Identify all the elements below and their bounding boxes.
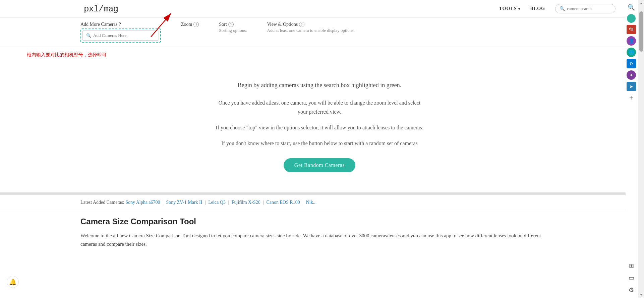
- scrollbar[interactable]: ▲ ▼: [638, 0, 644, 298]
- zoom-help-icon[interactable]: ?: [193, 22, 199, 27]
- search-extension-icon[interactable]: 🔍: [627, 3, 636, 12]
- annotation-area: 框内输入要对比的相机型号，选择即可: [80, 47, 626, 67]
- browser-extension-icons: 🔍 🛍 👤 🌐 O ✦ ➤ +: [625, 0, 637, 298]
- header-search-icon: 🔍: [560, 6, 565, 11]
- zoom-section: Zoom ?: [181, 22, 199, 27]
- bottom-content: Camera Size Comparison Tool Welcome to t…: [0, 210, 626, 262]
- pipe-1: |: [163, 200, 165, 205]
- logo: pxl/mag: [84, 4, 118, 14]
- view-options-title: View & Options: [267, 22, 298, 27]
- zoom-label: Zoom ?: [181, 22, 199, 27]
- globe-extension-icon[interactable]: 🌐: [627, 48, 636, 57]
- tools-label: TOOLS: [499, 6, 517, 11]
- camera-link-3[interactable]: Leica Q3: [208, 200, 226, 205]
- intro-text: Begin by adding cameras using the search…: [80, 80, 559, 90]
- camera-link-5[interactable]: Canon EOS R100: [267, 200, 300, 205]
- camera-link-6[interactable]: Nik...: [306, 200, 317, 205]
- sort-label: Sort ?: [219, 22, 247, 27]
- add-cameras-box: 🔍: [80, 28, 161, 43]
- user-extension-icon[interactable]: 👤: [627, 36, 636, 46]
- separator-bar: [0, 192, 626, 195]
- add-cameras-section: Add More Cameras ? 🔍: [80, 22, 161, 43]
- main-wrapper: pxl/mag TOOLS ▾ BLOG 🔍 Add More Cameras …: [0, 0, 626, 298]
- latest-cameras-label: Latest Added Cameras:: [80, 200, 124, 205]
- page-description: Welcome to the all new Camera Size Compa…: [80, 232, 545, 249]
- scrollbar-thumb[interactable]: [639, 11, 643, 52]
- zoom-title: Zoom: [181, 22, 192, 27]
- chinese-annotation: 框内输入要对比的相机型号，选择即可: [27, 52, 107, 58]
- screen-extension-icon[interactable]: ▭: [627, 273, 636, 283]
- add-cameras-label: Add More Cameras ?: [80, 22, 161, 27]
- tools-chevron-icon: ▾: [518, 7, 520, 11]
- sort-sublabel: Sorting options.: [219, 28, 247, 33]
- pipe-4: |: [263, 200, 265, 205]
- add-cameras-title: Add More Cameras: [80, 22, 117, 27]
- add-cameras-input[interactable]: [93, 33, 155, 38]
- sort-section: Sort ? Sorting options.: [219, 22, 247, 33]
- para2: If you choose "top" view in the options …: [216, 123, 423, 132]
- view-options-label: View & Options ?: [267, 22, 355, 27]
- nav-tools-button[interactable]: TOOLS ▾: [499, 6, 520, 11]
- logo-text: pxl/mag: [84, 4, 118, 14]
- content-area: Begin by adding cameras using the search…: [0, 67, 626, 186]
- camera-link-1[interactable]: Sony Alpha a6700: [125, 200, 160, 205]
- swirl-extension-icon[interactable]: ✦: [627, 70, 636, 80]
- toolbar: Add More Cameras ? 🔍 Zoom ? Sort ?: [0, 18, 626, 47]
- bag-extension-icon[interactable]: 🛍: [627, 25, 636, 34]
- browser-extension-icons-bottom: ⊞ ▭ ⚙: [625, 261, 637, 295]
- page-heading: Camera Size Comparison Tool: [80, 217, 545, 226]
- add-cameras-help-icon[interactable]: ?: [119, 22, 121, 27]
- pipe-3: |: [228, 200, 230, 205]
- header-search-input[interactable]: [567, 6, 611, 11]
- random-cameras-button[interactable]: Get Random Cameras: [284, 158, 355, 172]
- add-cameras-input-wrapper: 🔍: [82, 31, 159, 41]
- bell-icon[interactable]: 🔔: [7, 276, 19, 288]
- camera-link-2[interactable]: Sony ZV-1 Mark II: [166, 200, 202, 205]
- camera-link-4[interactable]: Fujifilm X-S20: [232, 200, 260, 205]
- header: pxl/mag TOOLS ▾ BLOG 🔍: [0, 0, 626, 18]
- teal-extension-icon[interactable]: [627, 14, 636, 23]
- nav-blog-button[interactable]: BLOG: [530, 6, 545, 11]
- add-cameras-search-icon: 🔍: [86, 33, 91, 38]
- sort-help-icon[interactable]: ?: [228, 22, 234, 27]
- nav-right: TOOLS ▾ BLOG 🔍: [499, 4, 616, 13]
- send-extension-icon[interactable]: ➤: [627, 82, 636, 91]
- gear-extension-icon[interactable]: ⚙: [627, 285, 636, 295]
- view-options-section: View & Options ? Add at least one camera…: [267, 22, 355, 33]
- para1: Once you have added atleast one camera, …: [216, 98, 423, 116]
- latest-cameras-bar: Latest Added Cameras: Sony Alpha a6700 |…: [0, 195, 626, 210]
- view-options-help-icon[interactable]: ?: [299, 22, 304, 27]
- pipe-5: |: [302, 200, 304, 205]
- grid-settings-icon[interactable]: ⊞: [627, 261, 636, 271]
- outlook-extension-icon[interactable]: O: [627, 59, 636, 68]
- blog-label: BLOG: [530, 6, 545, 11]
- view-options-sublabel: Add at least one camera to enable displa…: [267, 28, 355, 33]
- header-search-box[interactable]: 🔍: [555, 4, 616, 13]
- sort-title: Sort: [219, 22, 227, 27]
- plus-extension-icon[interactable]: +: [627, 93, 636, 103]
- para3: If you don't know where to start, use th…: [216, 139, 423, 148]
- pipe-2: |: [205, 200, 207, 205]
